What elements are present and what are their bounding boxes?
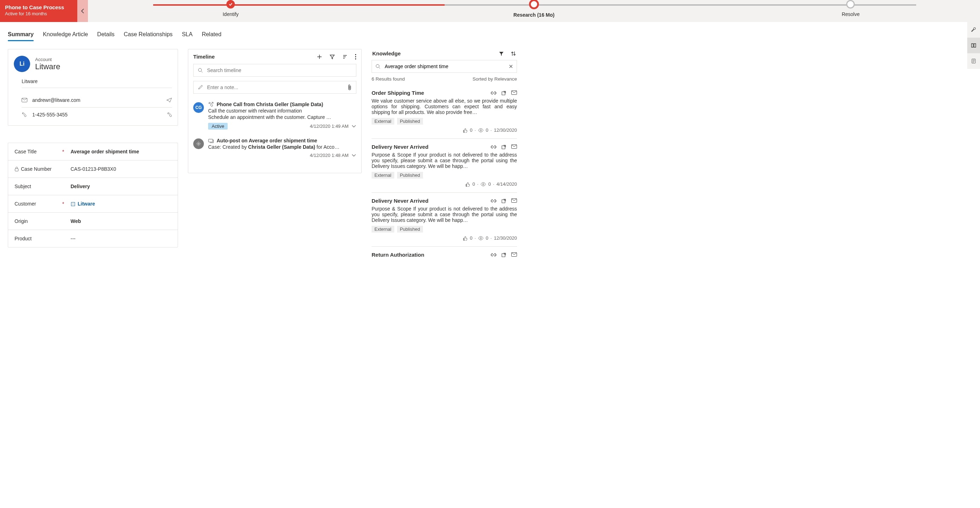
knowledge-item[interactable]: Delivery Never ArrivedPurpose & Scope If… — [372, 139, 517, 190]
timeline-search[interactable] — [193, 64, 356, 77]
chevron-down-icon[interactable] — [352, 154, 356, 157]
timeline-item-title: Auto-post on Average order shipment time — [216, 138, 317, 144]
link-icon[interactable] — [491, 144, 496, 149]
chevron-down-icon[interactable] — [352, 125, 356, 128]
mail-icon[interactable] — [511, 252, 517, 257]
knowledge-item-title: Return Authorization — [372, 252, 425, 258]
timeline-note[interactable] — [193, 81, 356, 94]
svg-point-7 — [198, 143, 199, 144]
knowledge-result-count: 6 Results found — [372, 76, 405, 81]
process-back-button[interactable] — [77, 0, 88, 22]
thumbs-up-icon[interactable] — [463, 128, 468, 133]
stage-line-done — [153, 4, 445, 6]
mail-icon[interactable] — [511, 144, 517, 149]
stage-resolve[interactable]: Resolve — [842, 0, 860, 17]
field-value-link: Litware — [70, 201, 95, 207]
case-details-card: Case Title* Average order shipment time … — [8, 143, 178, 248]
knowledge-item-desc: Purpose & Scope If your product is not d… — [372, 206, 517, 223]
gear-icon — [196, 141, 201, 146]
timeline-item-title: Phone Call from Christa Geller (Sample D… — [216, 102, 323, 107]
knowledge-filter-button[interactable] — [498, 51, 504, 56]
thumbs-up-icon[interactable] — [463, 236, 468, 241]
timeline-sort-button[interactable] — [342, 54, 348, 60]
link-icon[interactable] — [491, 252, 496, 257]
rail-book-button[interactable] — [967, 38, 980, 53]
link-icon[interactable] — [491, 91, 496, 96]
knowledge-search[interactable] — [372, 60, 517, 73]
knowledge-tag: Published — [397, 226, 423, 233]
timeline-item-line1: Call the customer with relevant informat… — [208, 108, 356, 113]
field-customer[interactable]: Customer* Litware — [8, 195, 178, 212]
stage-label: Research (16 Mo) — [514, 12, 555, 18]
field-case-number: Case Number CAS-01213-P8B3X0 — [8, 160, 178, 178]
knowledge-search-input[interactable] — [384, 63, 505, 70]
tab-case-relationships[interactable]: Case Relationships — [124, 29, 173, 41]
field-label: Case Number — [21, 166, 51, 172]
call-icon[interactable] — [167, 112, 172, 117]
popout-icon[interactable] — [501, 91, 506, 96]
account-link[interactable]: Litware — [22, 78, 172, 88]
knowledge-date: 4/14/2020 — [496, 181, 517, 187]
checkmark-icon — [229, 2, 233, 6]
timeline-item-status: Active — [208, 123, 228, 129]
search-icon — [375, 64, 380, 69]
account-name[interactable]: Litware — [35, 62, 60, 71]
field-label: Subject — [14, 184, 31, 189]
field-product[interactable]: Product --- — [8, 230, 178, 247]
account-email-row[interactable]: andrewr@litware.com — [22, 93, 172, 107]
field-subject[interactable]: Subject Delivery — [8, 178, 178, 195]
link-icon[interactable] — [491, 198, 496, 203]
account-phone-row[interactable]: 1-425-555-3455 — [22, 107, 172, 122]
popout-icon[interactable] — [501, 198, 506, 203]
knowledge-views: 0 — [488, 181, 491, 187]
field-value: --- — [70, 236, 76, 241]
tab-summary[interactable]: Summary — [8, 29, 34, 41]
main-content: Li Account Litware Litware andrewr@litwa… — [0, 41, 980, 269]
timeline-item[interactable]: Auto-post on Average order shipment time… — [188, 134, 361, 162]
filter-solid-icon — [498, 51, 504, 56]
thumbs-up-icon[interactable] — [465, 182, 470, 187]
attachment-icon[interactable] — [347, 84, 352, 91]
timeline-filter-button[interactable] — [329, 54, 335, 60]
tab-knowledge-article[interactable]: Knowledge Article — [43, 29, 88, 41]
close-icon — [509, 64, 513, 69]
knowledge-item[interactable]: Return Authorization — [372, 246, 517, 261]
post-icon — [208, 138, 214, 143]
process-stages: Identify Research (16 Mo) Resolve — [88, 0, 980, 22]
stage-identify[interactable]: Identify — [223, 0, 239, 17]
more-vertical-icon — [355, 54, 356, 60]
popout-icon[interactable] — [501, 144, 506, 149]
sort-updown-icon — [511, 51, 516, 56]
knowledge-likes: 0 — [470, 235, 472, 241]
send-mail-icon[interactable] — [166, 97, 172, 102]
timeline-search-input[interactable] — [206, 67, 352, 73]
mail-icon[interactable] — [511, 91, 517, 96]
mail-icon[interactable] — [511, 198, 517, 203]
knowledge-tag: External — [372, 226, 394, 233]
timeline-note-input[interactable] — [206, 84, 344, 91]
timeline-add-button[interactable] — [317, 54, 322, 60]
knowledge-item[interactable]: Order Shipping TimeWe value customer ser… — [372, 86, 517, 136]
stage-research[interactable]: Research (16 Mo) — [514, 0, 555, 18]
field-case-title[interactable]: Case Title* Average order shipment time — [8, 143, 178, 160]
knowledge-item-desc: We value customer service above all else… — [372, 98, 517, 115]
phone-icon — [22, 112, 28, 117]
popout-icon[interactable] — [501, 252, 506, 257]
knowledge-sort-button[interactable] — [511, 51, 516, 56]
clear-search-button[interactable] — [509, 64, 513, 69]
knowledge-views: 0 — [486, 128, 488, 133]
timeline-item-time: 4/12/2020 1:48 AM — [310, 153, 348, 158]
building-icon — [70, 201, 76, 206]
field-origin[interactable]: Origin Web — [8, 212, 178, 230]
tab-sla[interactable]: SLA — [182, 29, 192, 41]
knowledge-item[interactable]: Delivery Never ArrivedPurpose & Scope If… — [372, 192, 517, 244]
tab-details[interactable]: Details — [97, 29, 115, 41]
phone-out-icon — [208, 102, 214, 107]
tab-related[interactable]: Related — [202, 29, 221, 41]
timeline-more-button[interactable] — [355, 54, 356, 60]
knowledge-item-title: Order Shipping Time — [372, 90, 424, 96]
rail-wrench-button[interactable] — [967, 22, 980, 38]
rail-script-button[interactable] — [967, 53, 980, 69]
timeline-item[interactable]: CG Phone Call from Christa Geller (Sampl… — [188, 98, 361, 134]
required-indicator: * — [62, 149, 68, 155]
